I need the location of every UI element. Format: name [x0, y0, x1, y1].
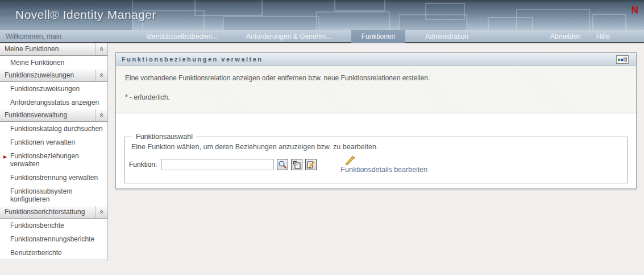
history-page-icon [292, 160, 301, 169]
sidebar-item-label: Anforderungsstatus anzeigen [10, 98, 99, 106]
banner-decoration [592, 14, 626, 30]
page-pencil-icon [306, 160, 315, 169]
fieldset-legend: Funktionsauswahl [132, 133, 196, 141]
main-content: Funktionsbeziehungen verwalten Eine vorh… [108, 43, 644, 273]
sidebar-item-funktionstrennungsberichte[interactable]: ▶ Funktionstrennungsberichte [0, 232, 107, 246]
app-banner: Novell® Identity Manager N [0, 0, 644, 30]
sidebar-item-label: Meine Funktionen [10, 59, 64, 67]
reset-field-button[interactable] [305, 159, 317, 170]
banner-decoration [223, 16, 319, 30]
sidebar-item-label: Funktionstrennung verwalten [10, 174, 98, 182]
sidebar-item-funktionssubsystem[interactable]: ▶ Funktionssubsystem konfigurieren [0, 184, 107, 206]
required-note: * - erforderlich. [125, 93, 627, 101]
role-field-label: Funktion: [129, 159, 157, 170]
sidebar-section-funktionsverwaltung[interactable]: Funktionsverwaltung « [0, 109, 107, 122]
sidebar-item-funktionsbeziehungen[interactable]: ▶ Funktionsbeziehungen verwalten [0, 149, 107, 171]
sidebar-section-funktionszuweisungen[interactable]: Funktionszuweisungen « [0, 69, 107, 82]
banner-decoration [316, 11, 390, 30]
sidebar-item-label: Funktionsbeziehungen verwalten [10, 152, 79, 168]
collapse-chevron-icon[interactable]: « [95, 109, 107, 121]
app-title: Novell® Identity Manager [15, 8, 156, 22]
search-object-button[interactable] [277, 159, 288, 170]
manage-role-relationships-portlet: Funktionsbeziehungen verwalten Eine vorh… [115, 52, 637, 189]
banner-decoration [334, 0, 385, 11]
sidebar-item-label: Funktionen verwalten [10, 138, 75, 146]
portlet-window-controls-icon[interactable] [616, 55, 629, 64]
role-selection-fieldset: Funktionsauswahl Eine Funktion wählen, u… [124, 133, 628, 183]
sidebar-item-funktionsberichte[interactable]: ▶ Funktionsberichte [0, 219, 107, 232]
sidebar-item-funktionen-verwalten[interactable]: ▶ Funktionen verwalten [0, 136, 107, 149]
sidebar-section-label: Funktionsverwaltung [5, 111, 67, 119]
sidebar-item-funktionstrennung[interactable]: ▶ Funktionstrennung verwalten [0, 171, 107, 184]
sidebar-item-benutzerberichte[interactable]: ▶ Benutzerberichte [0, 246, 107, 260]
portlet-header: Funktionsbeziehungen verwalten [116, 53, 636, 66]
welcome-label: Willkommen, main [6, 30, 61, 43]
help-link[interactable]: Hilfe [596, 30, 610, 43]
tab-requests-approvals[interactable]: Anforderungen & Genehm... [246, 30, 331, 43]
sidebar-item-anforderungsstatus[interactable]: ▶ Anforderungsstatus anzeigen [0, 96, 107, 109]
sidebar-section-funktionsberichterstattung[interactable]: Funktionsberichterstattung « [0, 206, 107, 219]
portlet-title: Funktionsbeziehungen verwalten [122, 56, 263, 63]
sidebar-section-label: Funktionsberichterstattung [5, 208, 85, 216]
identity-manager-app: Novell® Identity Manager N Willkommen, m… [0, 0, 644, 275]
banner-decoration [425, 3, 465, 20]
sidebar-section-label: Funktionszuweisungen [5, 71, 74, 79]
sidebar-section-label: Meine Funktionen [5, 45, 59, 53]
intro-text: Eine vorhandene Funktionsrelation anzeig… [125, 74, 627, 82]
edit-role-details-link-block[interactable]: Funktionsdetails bearbeiten [340, 155, 427, 174]
novell-n-logo-icon: N [631, 5, 638, 16]
search-icon [278, 160, 287, 169]
collapse-chevron-icon[interactable]: « [95, 43, 107, 55]
sidebar-item-label: Funktionsberichte [10, 221, 64, 229]
sidebar-section-meine-funktionen[interactable]: Meine Funktionen « [0, 43, 107, 56]
tab-roles[interactable]: Funktionen [351, 30, 405, 43]
banner-decoration [194, 0, 263, 16]
sidebar-item-label: Benutzerberichte [10, 249, 62, 257]
sidebar-item-funktionskatalog[interactable]: ▶ Funktionskatalog durchsuchen [0, 122, 107, 136]
tab-administration[interactable]: Administration [425, 30, 468, 43]
role-field-row: Funktion: [129, 159, 621, 174]
fieldset-description: Eine Funktion wählen, um deren Beziehung… [131, 143, 621, 151]
sidebar-item-label: Funktionssubsystem konfigurieren [10, 187, 72, 203]
top-navbar: Willkommen, main Identitätsselbstbedien.… [0, 30, 644, 43]
sidebar-navigation: Meine Funktionen « ▶ Meine Funktionen Fu… [0, 43, 108, 260]
logout-link[interactable]: Abmelden [550, 30, 581, 43]
selected-marker-icon: ▶ [3, 153, 7, 161]
sidebar-item-label: Funktionszuweisungen [10, 85, 80, 93]
portlet-form-section: Funktionsauswahl Eine Funktion wählen, u… [116, 133, 636, 188]
collapse-chevron-icon[interactable]: « [95, 206, 107, 218]
banner-decoration [516, 9, 590, 30]
collapse-chevron-icon[interactable]: « [95, 69, 107, 81]
sidebar-item-funktionszuweisungen[interactable]: ▶ Funktionszuweisungen [0, 82, 107, 96]
portlet-intro-section: Eine vorhandene Funktionsrelation anzeig… [116, 66, 636, 113]
pencil-icon [344, 155, 355, 166]
role-input[interactable] [161, 159, 274, 170]
object-history-button[interactable] [291, 159, 302, 170]
edit-role-details-link[interactable]: Funktionsdetails bearbeiten [340, 166, 427, 174]
sidebar-item-label: Funktionstrennungsberichte [10, 235, 94, 243]
sidebar-item-label: Funktionskatalog durchsuchen [10, 125, 103, 133]
tab-identity-self-service[interactable]: Identitätsselbstbedien... [146, 30, 218, 43]
sidebar-item-meine-funktionen[interactable]: ▶ Meine Funktionen [0, 56, 107, 69]
